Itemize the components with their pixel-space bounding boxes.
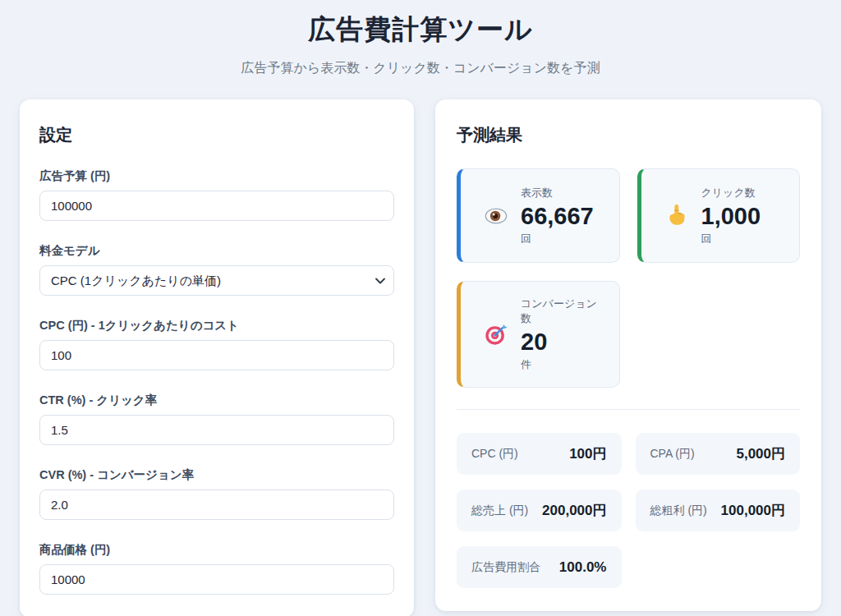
clicks-unit: 回 [701, 232, 761, 246]
product-price-input[interactable] [39, 564, 394, 595]
conversions-card-body: コンバージョン数 20 件 [521, 297, 606, 372]
field-ctr: CTR (%) - クリック率 [39, 393, 394, 445]
stat-total-sales-value: 200,000円 [542, 501, 606, 520]
stat-cpa: CPA (円) 5,000円 [636, 433, 801, 475]
conversions-unit: 件 [521, 357, 606, 372]
settings-panel: 設定 広告予算 (円) 料金モデル CPC (1クリックあたりの単価) CPC … [20, 99, 414, 616]
field-pricing-model: 料金モデル CPC (1クリックあたりの単価) [39, 243, 394, 296]
stat-ad-cost-ratio: 広告費用割合 100.0% [457, 546, 622, 588]
impressions-label: 表示数 [521, 186, 594, 200]
stat-cpa-value: 5,000円 [736, 444, 785, 463]
ctr-input[interactable] [39, 415, 394, 445]
page-subtitle: 広告予算から表示数・クリック数・コンバージョン数を予測 [0, 60, 841, 77]
clicks-card-body: クリック数 1,000 回 [701, 186, 761, 246]
pricing-model-label: 料金モデル [39, 243, 394, 259]
result-cards: 表示数 66,667 回 クリ [457, 168, 800, 388]
impressions-value: 66,667 [521, 203, 594, 230]
product-price-label: 商品価格 (円) [39, 542, 394, 558]
page-header: 広告費計算ツール 広告予算から表示数・クリック数・コンバージョン数を予測 [0, 0, 841, 77]
stat-ad-cost-ratio-value: 100.0% [559, 559, 607, 576]
pricing-model-select[interactable]: CPC (1クリックあたりの単価) [39, 265, 394, 296]
conversions-value: 20 [521, 329, 606, 356]
stat-gross-profit-value: 100,000円 [721, 501, 785, 520]
field-ad-budget: 広告予算 (円) [39, 168, 394, 221]
stats-grid: CPC (円) 100円 CPA (円) 5,000円 総売上 (円) 200,… [457, 433, 800, 588]
clicks-label: クリック数 [701, 186, 761, 200]
stat-cpc-value: 100円 [569, 444, 606, 463]
impressions-card: 表示数 66,667 回 [457, 168, 620, 263]
results-panel: 予測結果 表示数 66,667 回 [435, 99, 821, 611]
cvr-input[interactable] [39, 490, 394, 520]
ctr-label: CTR (%) - クリック率 [39, 393, 394, 408]
conversions-label: コンバージョン数 [521, 297, 606, 326]
stat-cpa-label: CPA (円) [650, 447, 695, 462]
stat-gross-profit: 総粗利 (円) 100,000円 [636, 490, 801, 531]
results-divider [457, 409, 800, 410]
settings-heading: 設定 [39, 124, 394, 146]
stat-total-sales: 総売上 (円) 200,000円 [457, 490, 622, 531]
main-content: 設定 広告予算 (円) 料金モデル CPC (1クリックあたりの単価) CPC … [0, 99, 841, 616]
results-heading: 予測結果 [457, 124, 800, 146]
pointing-hand-icon [664, 204, 689, 228]
stat-cpc: CPC (円) 100円 [457, 433, 622, 475]
stat-gross-profit-label: 総粗利 (円) [650, 503, 707, 518]
cpc-label: CPC (円) - 1クリックあたりのコスト [39, 318, 394, 333]
impressions-card-body: 表示数 66,667 回 [521, 186, 594, 246]
target-icon [484, 322, 508, 347]
cpc-input[interactable] [39, 340, 394, 370]
page: 広告費計算ツール 広告予算から表示数・クリック数・コンバージョン数を予測 設定 … [0, 0, 841, 616]
stat-ad-cost-ratio-label: 広告費用割合 [471, 560, 540, 575]
ad-budget-input[interactable] [39, 191, 394, 221]
clicks-value: 1,000 [701, 203, 761, 230]
clicks-card: クリック数 1,000 回 [637, 168, 801, 263]
conversions-card: コンバージョン数 20 件 [457, 281, 620, 388]
field-cvr: CVR (%) - コンバージョン率 [39, 467, 394, 520]
page-title: 広告費計算ツール [0, 11, 841, 48]
eye-icon [484, 204, 508, 228]
stat-total-sales-label: 総売上 (円) [471, 503, 528, 518]
field-product-price: 商品価格 (円) [39, 542, 394, 595]
field-cpc: CPC (円) - 1クリックあたりのコスト [39, 318, 394, 370]
cvr-label: CVR (%) - コンバージョン率 [39, 467, 394, 483]
stat-cpc-label: CPC (円) [471, 447, 518, 462]
impressions-unit: 回 [521, 232, 594, 246]
ad-budget-label: 広告予算 (円) [39, 168, 394, 184]
